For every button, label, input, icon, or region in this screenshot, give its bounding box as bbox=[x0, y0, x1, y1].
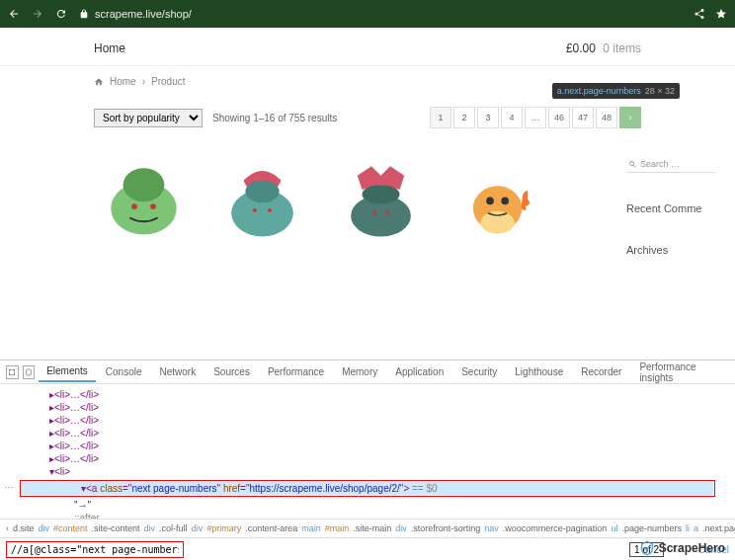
product-3[interactable] bbox=[331, 144, 430, 253]
devtools-tabs: Elements Console Network Sources Perform… bbox=[0, 360, 735, 384]
page-2[interactable]: 2 bbox=[453, 107, 475, 128]
inspector-tooltip: a.next.page-numbers28 × 32 bbox=[552, 83, 680, 99]
dom-breadcrumb[interactable]: ‹ d.site div#content.site-content div.co… bbox=[0, 519, 735, 538]
home-icon bbox=[94, 77, 104, 87]
device-icon[interactable] bbox=[23, 365, 36, 379]
tab-security[interactable]: Security bbox=[453, 362, 505, 381]
recent-heading: Recent Comme bbox=[626, 202, 715, 214]
page-4[interactable]: 4 bbox=[501, 107, 523, 128]
xpath-input[interactable] bbox=[6, 541, 184, 558]
svg-point-14 bbox=[486, 197, 494, 204]
svg-point-6 bbox=[253, 208, 257, 212]
tab-recorder[interactable]: Recorder bbox=[573, 362, 629, 381]
search-icon bbox=[628, 160, 637, 169]
product-2[interactable] bbox=[212, 144, 311, 253]
tab-application[interactable]: Application bbox=[387, 362, 451, 381]
tab-elements[interactable]: Elements bbox=[39, 361, 96, 382]
star-icon[interactable] bbox=[715, 8, 727, 20]
svg-point-7 bbox=[268, 208, 272, 212]
tab-sources[interactable]: Sources bbox=[205, 362, 258, 381]
tab-console[interactable]: Console bbox=[98, 362, 150, 381]
nav-home[interactable]: Home bbox=[94, 41, 125, 55]
svg-point-9 bbox=[362, 185, 399, 203]
back-icon[interactable] bbox=[8, 8, 20, 20]
svg-point-5 bbox=[245, 180, 279, 202]
page-46[interactable]: 46 bbox=[548, 107, 570, 128]
highlighted-element-box: ⋯ ▾<a class="next page-numbers" href="ht… bbox=[20, 480, 715, 497]
svg-point-11 bbox=[385, 210, 389, 214]
page-47[interactable]: 47 bbox=[572, 107, 594, 128]
share-icon[interactable] bbox=[694, 8, 705, 20]
svg-point-10 bbox=[371, 210, 375, 214]
page-dots: … bbox=[525, 107, 546, 128]
selected-dom-node[interactable]: ▾<a class="next page-numbers" href="http… bbox=[22, 482, 713, 495]
archives-heading: Archives bbox=[626, 244, 715, 256]
page-48[interactable]: 48 bbox=[596, 107, 617, 128]
page-3[interactable]: 3 bbox=[477, 107, 499, 128]
svg-point-2 bbox=[131, 203, 137, 209]
page-content: Home £0.00 0 items Home › Product Sort b… bbox=[0, 28, 735, 360]
svg-point-3 bbox=[150, 203, 156, 209]
svg-point-1 bbox=[122, 168, 164, 201]
forward-icon[interactable] bbox=[32, 8, 43, 20]
page-next[interactable]: › a.next.page-numbers28 × 32 bbox=[619, 107, 641, 128]
tab-lighthouse[interactable]: Lighthouse bbox=[507, 362, 571, 381]
reload-icon[interactable] bbox=[55, 8, 67, 20]
tab-network[interactable]: Network bbox=[152, 362, 204, 381]
browser-toolbar: scrapeme.live/shop/ bbox=[0, 0, 735, 28]
svg-point-13 bbox=[480, 210, 514, 233]
product-1[interactable] bbox=[94, 144, 193, 253]
cart-summary[interactable]: £0.00 0 items bbox=[566, 41, 641, 55]
dom-tree[interactable]: ▸<li>…</li> ▸<li>…</li> ▸<li>…</li> ▸<li… bbox=[0, 384, 735, 519]
sort-select[interactable]: Sort by popularity bbox=[94, 109, 203, 127]
xpath-search-bar: 1 of 2 ˄ ˅ Cancel bbox=[0, 538, 735, 560]
sidebar: Search … Recent Comme Archives bbox=[626, 156, 715, 285]
tab-memory[interactable]: Memory bbox=[334, 362, 385, 381]
result-count: Showing 1–16 of 755 results bbox=[212, 113, 337, 123]
pagination: 1 2 3 4 … 46 47 48 › a.next.page-numbers… bbox=[430, 107, 641, 128]
product-4[interactable] bbox=[449, 144, 548, 253]
search-input[interactable]: Search … bbox=[626, 156, 715, 173]
page-1[interactable]: 1 bbox=[430, 107, 451, 128]
url-bar[interactable]: scrapeme.live/shop/ bbox=[79, 8, 682, 20]
inspect-icon[interactable] bbox=[6, 365, 19, 379]
ellipsis-icon[interactable]: ⋯ bbox=[4, 482, 14, 493]
url-text: scrapeme.live/shop/ bbox=[95, 8, 192, 20]
svg-point-15 bbox=[501, 197, 509, 204]
lock-icon bbox=[79, 9, 89, 19]
devtools-panel: Elements Console Network Sources Perform… bbox=[0, 360, 735, 560]
shield-icon bbox=[639, 540, 655, 556]
product-grid bbox=[0, 134, 735, 263]
tab-performance[interactable]: Performance bbox=[260, 362, 332, 381]
tab-insights[interactable]: Performance insights bbox=[631, 358, 729, 387]
scrapehero-logo: ScrapeHero bbox=[639, 540, 725, 556]
svg-rect-16 bbox=[27, 369, 32, 375]
